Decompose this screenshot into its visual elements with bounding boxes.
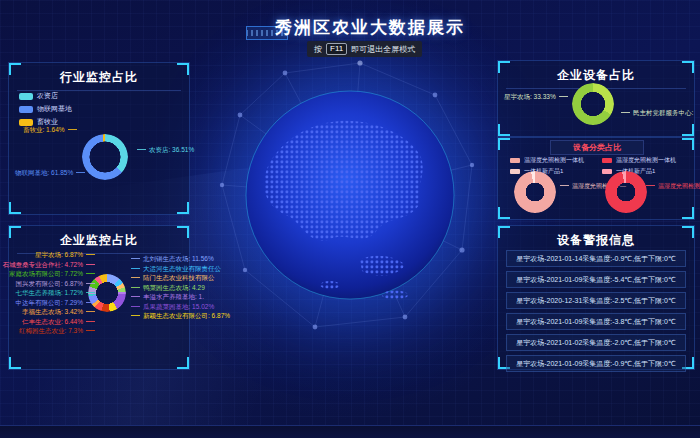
legend-label: 农资店 <box>37 91 58 101</box>
alarm-row: 星宇农场-2021-01-09采集温度:-5.4℃,低于下限:0℃ <box>506 271 686 288</box>
donut-callout: 瓜果蔬菜园基地: 15.02% <box>131 304 214 311</box>
donut-callout: 仁丰生态农业: 6.44% <box>22 319 95 326</box>
donut-callout: 中达年有限公司: 7.29% <box>15 300 95 307</box>
donut-callout: 新颖生态农业有限公司: 6.87% <box>131 313 230 320</box>
panel-title: 行业监控占比 <box>17 69 181 91</box>
donut-callout: 七华生态养殖场: 1.72% <box>15 290 95 297</box>
donut-callout: 大运河生态牧业有限责任公 <box>131 266 221 273</box>
panel-enterprise-monitoring: 企业监控占比 星宇农场: 6.87% 石城蚕桑专业合作社: 4.72% 家庭农场… <box>8 225 190 370</box>
legend-swatch <box>510 158 520 163</box>
legend-item[interactable]: 物联网基地 <box>19 104 72 114</box>
alarm-text: 星宇农场-2021-01-09采集温度:-0.9℃,低于下限:0℃ <box>516 359 676 369</box>
legend-swatch <box>510 169 520 174</box>
donut-callout: 物联网基地: 61.85% <box>15 170 85 177</box>
legend-item[interactable]: 温湿度光照检测一体机 <box>602 156 676 165</box>
legend-swatch <box>19 93 33 100</box>
donut-callout: 畜牧业: 1.64% <box>23 127 77 134</box>
alarm-row: 星宇农场-2021-01-02采集温度:-2.0℃,低于下限:0℃ <box>506 334 686 351</box>
f11-key-badge: F11 <box>326 43 347 55</box>
legend-item[interactable]: 温湿度光照检测一体机 <box>510 156 584 165</box>
legend-label: 物联网基地 <box>37 104 72 114</box>
equipment-donut-chart[interactable] <box>572 83 614 125</box>
donut-callout: 鸭菜园生态农场: 4.29 <box>131 285 205 292</box>
donut-callout: 红梅园生态农业: 7.3% <box>19 328 95 335</box>
panel-industry-monitoring: 行业监控占比 农资店 物联网基地 畜牧业 畜牧业: 1.64% <box>8 62 190 215</box>
donut-callout: 北刘铜生态农场: 11.56% <box>131 256 214 263</box>
alarm-text: 星宇农场-2021-01-14采集温度:-0.9℃,低于下限:0℃ <box>516 254 676 264</box>
tooltip-prefix: 按 <box>314 44 322 55</box>
donut-callout: 温湿度光照检测一— <box>646 183 700 189</box>
fullscreen-tooltip: 按 F11 即可退出全屏模式 <box>307 41 422 57</box>
industry-donut-chart[interactable] <box>82 134 128 180</box>
donut-callout: 星宇农场: 6.87% <box>35 252 95 259</box>
legend-label: 温湿度光照检测一体机 <box>524 156 584 165</box>
device-class-donut-left[interactable] <box>514 171 556 213</box>
alarm-row: 星宇农场-2020-12-31采集温度:-2.5℃,低于下限:0℃ <box>506 292 686 309</box>
page-title: 秀洲区农业大数据展示 <box>250 16 490 39</box>
device-class-legend-right: 温湿度光照检测一体机 一体机新产品1 <box>602 156 676 176</box>
donut-callout: 家庭农场有限公司: 7.72% <box>9 271 95 278</box>
tooltip-suffix: 即可退出全屏模式 <box>351 44 415 55</box>
device-class-donut-right[interactable] <box>605 171 647 213</box>
alarm-list: 星宇农场-2021-01-14采集温度:-0.9℃,低于下限:0℃ 星宇农场-2… <box>506 250 686 372</box>
donut-callout: 陆门生态农业科技有限公 <box>131 275 215 282</box>
panel-title: 设备分类占比 <box>550 140 644 155</box>
device-class-legend-left: 温湿度光照检测一体机 一体机新产品1 <box>510 156 584 176</box>
alarm-text: 星宇农场-2021-01-09采集温度:-3.8℃,低于下限:0℃ <box>516 317 676 327</box>
legend-label: 温湿度光照检测一体机 <box>616 156 676 165</box>
legend-swatch <box>602 169 612 174</box>
donut-callout: 丰溢水产养殖基地: 1. <box>131 294 204 301</box>
dashboard-root: 秀洲区农业大数据展示 按 F11 即可退出全屏模式 行业监控占比 农资店 物联网… <box>0 0 700 438</box>
legend-item[interactable]: 农资店 <box>19 91 72 101</box>
alarm-text: 星宇农场-2020-12-31采集温度:-2.5℃,低于下限:0℃ <box>516 296 676 306</box>
panel-device-alarms: 设备警报信息 星宇农场-2021-01-14采集温度:-0.9℃,低于下限:0℃… <box>497 225 695 370</box>
donut-callout: 李福生态农场: 3.42% <box>22 309 95 316</box>
legend-swatch <box>19 119 33 126</box>
donut-callout: 石城蚕桑专业合作社: 4.72% <box>2 262 95 269</box>
donut-callout: 农资店: 36.51% <box>137 147 194 154</box>
donut-callout: 星宇农场: 33.33% <box>504 94 568 101</box>
legend-swatch <box>602 158 612 163</box>
donut-callout: 国兴发有限公司: 6.87% <box>15 281 95 288</box>
alarm-row: 星宇农场-2021-01-09采集温度:-3.8℃,低于下限:0℃ <box>506 313 686 330</box>
industry-legend: 农资店 物联网基地 畜牧业 <box>19 91 72 127</box>
alarm-text: 星宇农场-2021-01-09采集温度:-5.4℃,低于下限:0℃ <box>516 275 676 285</box>
panel-device-classification: 设备分类占比 温湿度光照检测一体机 一体机新产品1 温湿度光照检测一— <box>497 137 695 220</box>
alarm-text: 星宇农场-2021-01-02采集温度:-2.0℃,低于下限:0℃ <box>516 338 676 348</box>
bottom-decor-band <box>0 425 700 438</box>
globe-visualization <box>210 55 490 345</box>
alarm-row: 星宇农场-2021-01-09采集温度:-0.9℃,低于下限:0℃ <box>506 355 686 372</box>
donut-callout: 民主村党群服务中心: <box>621 110 693 117</box>
alarm-row: 星宇农场-2021-01-14采集温度:-0.9℃,低于下限:0℃ <box>506 250 686 267</box>
legend-swatch <box>19 106 33 113</box>
panel-equipment-share: 企业设备占比 星宇农场: 33.33% 民主村党群服务中心: <box>497 60 695 137</box>
